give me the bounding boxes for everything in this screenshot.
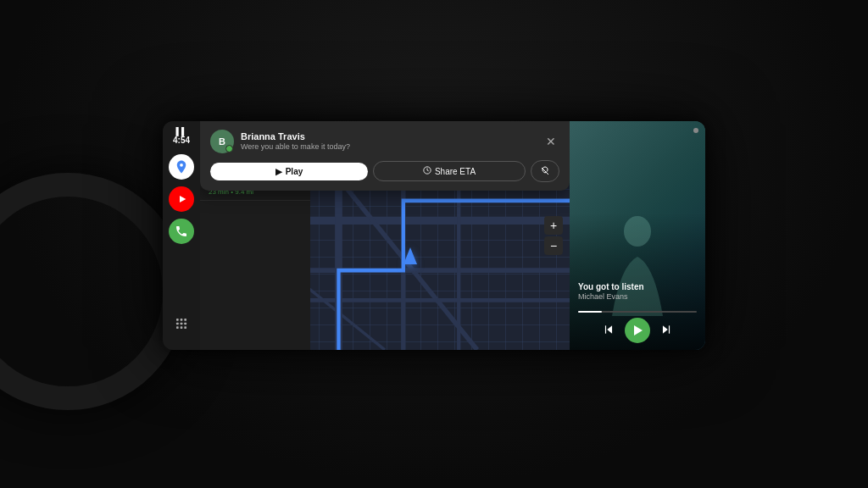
notification-header: B Brianna Travis Were you able to make i… <box>210 130 559 153</box>
svg-point-0 <box>180 164 183 167</box>
music-status-dot <box>693 128 698 133</box>
play-button[interactable]: ▶ Play <box>210 163 368 180</box>
notification-message: Were you able to make it today? <box>241 142 536 152</box>
dashboard-screen: ▌▌ 4:54 <box>163 121 705 350</box>
svg-marker-29 <box>663 325 668 333</box>
svg-rect-7 <box>184 323 186 325</box>
svg-rect-8 <box>176 326 179 329</box>
svg-rect-4 <box>184 319 186 321</box>
share-eta-label: Share ETA <box>435 167 476 176</box>
svg-rect-28 <box>605 325 606 333</box>
svg-marker-1 <box>180 196 186 202</box>
status-bar: ▌▌ 4:54 <box>173 128 190 146</box>
zoom-in-button[interactable]: + <box>544 216 563 235</box>
progress-fill <box>578 311 602 313</box>
close-button[interactable]: ✕ <box>542 135 559 148</box>
sidebar-item-maps[interactable] <box>169 154 194 180</box>
sidebar-item-youtube[interactable] <box>169 186 194 212</box>
music-controls <box>570 318 705 343</box>
contact-name: Brianna Travis <box>241 131 536 142</box>
notification-text: Brianna Travis Were you able to make it … <box>241 131 536 152</box>
music-title: You got to listen <box>578 281 697 292</box>
sidebar-item-grid[interactable] <box>169 311 194 336</box>
svg-point-26 <box>624 216 651 247</box>
music-panel: You got to listen Michael Evans <box>570 121 705 350</box>
svg-rect-9 <box>181 326 183 329</box>
svg-rect-30 <box>669 325 670 333</box>
svg-rect-2 <box>176 319 179 321</box>
next-button[interactable] <box>660 324 672 338</box>
svg-rect-10 <box>184 326 186 329</box>
svg-rect-3 <box>181 319 183 321</box>
previous-button[interactable] <box>603 324 615 338</box>
time-display: 4:54 <box>173 136 190 146</box>
signal-icon: ▌▌ <box>176 128 187 136</box>
contact-avatar: B <box>210 130 234 153</box>
sidebar-item-phone[interactable] <box>169 219 194 244</box>
svg-rect-5 <box>176 323 179 325</box>
main-content: Se... ⌂ Home 18 min ▭ Starbucks 23 min •… <box>200 121 570 350</box>
navigation-arrow <box>403 247 417 264</box>
notification-popup: B Brianna Travis Were you able to make i… <box>200 121 570 191</box>
progress-bar <box>578 311 697 313</box>
svg-marker-27 <box>607 325 612 333</box>
sidebar: ▌▌ 4:54 <box>163 121 200 350</box>
music-artist: Michael Evans <box>578 292 697 302</box>
map-controls: + − <box>544 216 563 255</box>
music-artwork: You got to listen Michael Evans <box>570 121 705 350</box>
music-play-button[interactable] <box>625 318 650 343</box>
share-eta-icon <box>423 166 431 176</box>
svg-rect-6 <box>181 323 183 325</box>
mute-button[interactable] <box>531 160 559 182</box>
map-area: Se... ⌂ Home 18 min ▭ Starbucks 23 min •… <box>200 121 570 350</box>
notification-actions: ▶ Play Share ETA <box>210 160 559 182</box>
play-label: Play <box>286 167 303 176</box>
music-info: You got to listen Michael Evans <box>570 276 705 308</box>
share-eta-button[interactable]: Share ETA <box>373 161 526 181</box>
zoom-out-button[interactable]: − <box>544 236 563 255</box>
play-icon: ▶ <box>275 167 282 176</box>
